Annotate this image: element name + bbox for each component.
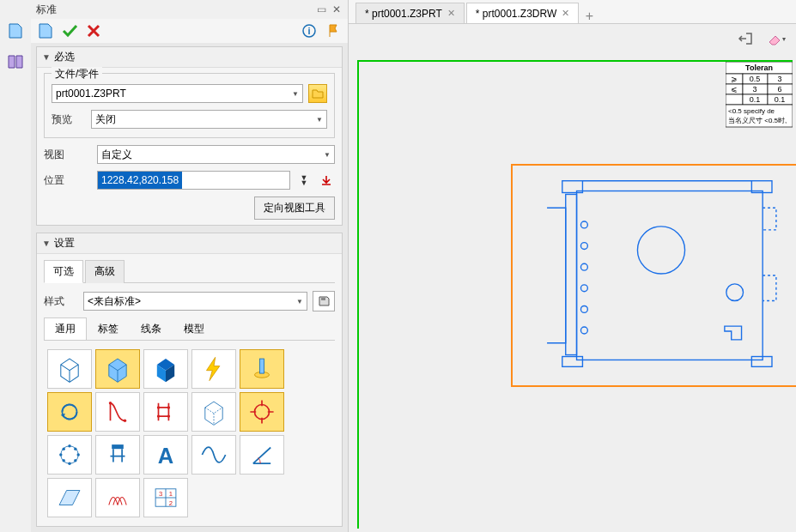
svg-text:0.1: 0.1: [750, 95, 761, 104]
svg-text:0.1: 0.1: [775, 95, 786, 104]
svg-text:3: 3: [752, 85, 757, 94]
subtab-general[interactable]: 通用: [44, 317, 87, 340]
style-label: 样式: [44, 294, 78, 309]
section-required-header[interactable]: ▼ 必选: [37, 47, 342, 68]
section-required: ▼ 必选 文件/零件 prt0001.Z3PRT ▼ 预览: [36, 46, 343, 226]
svg-text:6: 6: [777, 85, 781, 94]
lightning-icon[interactable]: [191, 349, 236, 389]
doc-tab-0-label: * prt0001.Z3PRT: [365, 8, 442, 20]
svg-point-8: [167, 406, 170, 408]
svg-point-6: [124, 420, 126, 422]
svg-point-57: [580, 243, 587, 250]
document-tabs: * prt0001.Z3PRT ✕ * prt0001.Z3DRW ✕ +: [349, 0, 796, 24]
ok-icon[interactable]: [58, 21, 81, 41]
save-icon[interactable]: [313, 291, 335, 311]
download-red-icon[interactable]: [318, 172, 335, 189]
sub-tabs: 通用 标签 线条 模型: [44, 317, 335, 341]
svg-text:A: A: [158, 444, 173, 468]
book-icon[interactable]: [4, 51, 27, 72]
chevron-down-icon: ▼: [42, 239, 51, 248]
drawing-view[interactable]: [511, 164, 796, 387]
solid-fill-icon[interactable]: [143, 349, 188, 389]
drawing-canvas[interactable]: Toleran ⩾ 0.5 3 ⩽ 3 6 0.1 0.1 <0.5 speci…: [352, 57, 793, 529]
dims-icon[interactable]: [143, 392, 188, 432]
svg-text:⩽: ⩽: [731, 85, 738, 94]
panel-maximize-icon[interactable]: ▭: [315, 3, 327, 15]
tab-advanced[interactable]: 高级: [85, 260, 125, 283]
page-icon[interactable]: [4, 21, 27, 41]
angle-icon[interactable]: [240, 435, 284, 475]
close-icon[interactable]: ✕: [562, 8, 569, 19]
panel-header: 标准 ▭ ✕: [31, 0, 348, 19]
section-settings-header[interactable]: ▼ 设置: [37, 233, 342, 254]
svg-point-54: [637, 227, 684, 274]
chevron-down-icon: ▼: [42, 52, 51, 62]
svg-point-9: [157, 414, 160, 417]
svg-text:3: 3: [777, 75, 781, 83]
properties-panel: 标准 ▭ ✕ i ▼: [31, 0, 349, 532]
orient-view-button[interactable]: 定向视图工具: [254, 196, 335, 220]
letter-a-icon[interactable]: A: [143, 435, 188, 475]
section-settings-title: 设置: [54, 236, 75, 251]
exit-arrow-icon[interactable]: [734, 28, 757, 49]
tab-optional[interactable]: 可选: [44, 260, 83, 283]
hv-chart-icon[interactable]: [95, 392, 140, 432]
perspective-plane-icon[interactable]: [47, 478, 92, 517]
preview-combo[interactable]: 关闭 ▼: [91, 110, 327, 129]
target-icon[interactable]: [240, 392, 284, 432]
rotate-arrows-icon[interactable]: [47, 392, 92, 432]
svg-point-56: [580, 221, 587, 228]
svg-rect-4: [259, 359, 264, 373]
eraser-icon[interactable]: ▾: [765, 28, 787, 49]
doc-icon[interactable]: [34, 21, 57, 41]
title-block: Toleran ⩾ 0.5 3 ⩽ 3 6 0.1 0.1 <0.5 speci…: [726, 62, 793, 142]
caliper-icon[interactable]: [95, 435, 140, 475]
svg-point-5: [109, 402, 112, 404]
subtab-label[interactable]: 标签: [87, 317, 130, 340]
wire-cube-icon[interactable]: [47, 349, 92, 389]
preview-value: 关闭: [95, 112, 116, 127]
svg-point-18: [74, 459, 76, 462]
subtab-lines[interactable]: 线条: [130, 317, 173, 340]
sine-icon[interactable]: [191, 435, 236, 475]
panel-close-icon[interactable]: ✕: [331, 3, 343, 15]
subtab-model[interactable]: 模型: [173, 317, 216, 340]
dropdown-icon: ▼: [296, 298, 303, 305]
dropdown-icon: ▼: [292, 90, 299, 98]
hatch-icon[interactable]: [95, 478, 140, 517]
cancel-icon[interactable]: [82, 21, 105, 41]
position-label: 位置: [44, 173, 92, 188]
file-combo[interactable]: prt0001.Z3PRT ▼: [52, 84, 303, 103]
svg-point-61: [580, 327, 587, 334]
style-combo[interactable]: <来自标准> ▼: [83, 292, 307, 311]
group-file-title: 文件/零件: [52, 67, 102, 82]
chevron-stack-icon[interactable]: ▼▼: [295, 172, 313, 189]
ring-dots-icon[interactable]: [47, 435, 92, 475]
canvas-toolbar: ▾: [349, 24, 796, 53]
dropdown-icon: ▼: [316, 116, 323, 124]
info-icon[interactable]: i: [298, 21, 320, 41]
close-icon[interactable]: ✕: [447, 8, 455, 19]
doc-tab-0[interactable]: * prt0001.Z3PRT ✕: [355, 3, 465, 23]
solid-cube-icon[interactable]: [95, 349, 140, 389]
preview-label: 预览: [52, 112, 86, 127]
box-dotted-icon[interactable]: [191, 392, 236, 432]
axis-puck-icon[interactable]: [240, 349, 284, 389]
svg-point-59: [580, 285, 587, 292]
svg-rect-53: [751, 357, 772, 367]
svg-point-15: [68, 462, 70, 465]
svg-point-55: [726, 284, 744, 301]
left-icon-rail: [0, 0, 31, 532]
panel-toolbar: i: [31, 19, 348, 43]
flag-icon[interactable]: [322, 21, 344, 41]
settings-tabs: 可选 高级: [44, 259, 335, 283]
doc-tab-1[interactable]: * prt0001.Z3DRW ✕: [466, 3, 579, 23]
group-file: 文件/零件 prt0001.Z3PRT ▼ 预览 关闭 ▼: [44, 73, 335, 138]
svg-text:当名义尺寸 <0.5时,: 当名义尺寸 <0.5时,: [728, 117, 787, 124]
table-31-icon[interactable]: 312: [143, 478, 188, 517]
view-combo[interactable]: 自定义 ▼: [97, 145, 335, 164]
add-tab-button[interactable]: +: [580, 9, 598, 23]
position-input[interactable]: 1228.42,820.158: [97, 171, 290, 190]
svg-point-7: [157, 406, 160, 408]
open-folder-button[interactable]: [308, 84, 327, 103]
